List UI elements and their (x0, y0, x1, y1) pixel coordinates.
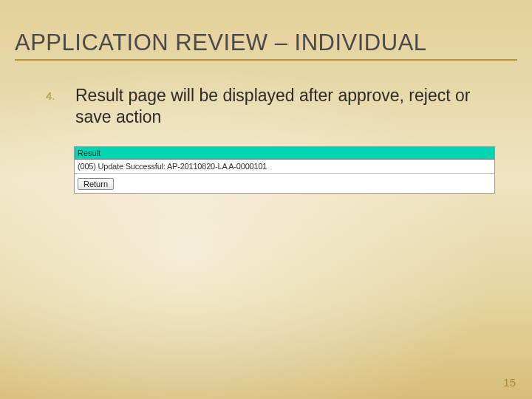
return-button[interactable]: Return (78, 178, 114, 190)
page-title: APPLICATION REVIEW – INDIVIDUAL (15, 30, 517, 61)
page-number: 15 (503, 376, 516, 389)
list-text: Result page will be displayed after appr… (75, 85, 502, 128)
list-item: 4. Result page will be displayed after a… (46, 85, 502, 128)
title-container: APPLICATION REVIEW – INDIVIDUAL (15, 30, 517, 61)
embedded-screenshot: Result (005) Update Successful: AP-20110… (74, 146, 495, 194)
body-content: 4. Result page will be displayed after a… (46, 85, 502, 128)
list-number: 4. (46, 85, 75, 102)
result-panel-header: Result (75, 147, 494, 160)
button-row: Return (75, 174, 494, 193)
result-message: (005) Update Successful: AP-20110820-LA … (75, 160, 494, 174)
slide: APPLICATION REVIEW – INDIVIDUAL 4. Resul… (0, 0, 532, 399)
